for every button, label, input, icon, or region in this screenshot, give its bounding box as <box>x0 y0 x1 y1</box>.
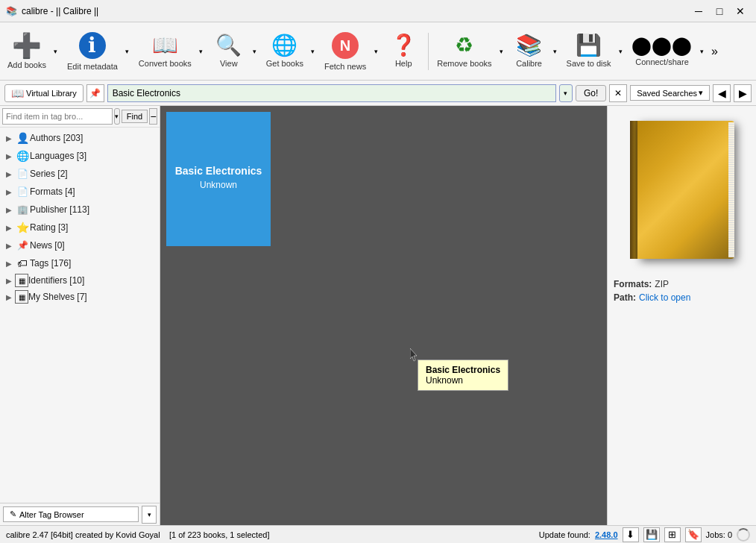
calibre-label: Calibre <box>516 59 542 68</box>
help-icon: ❓ <box>391 35 417 56</box>
add-books-group: ➕ Add books ▾ <box>3 25 61 78</box>
virtual-library-button[interactable]: 📖 Virtual Library <box>4 84 84 102</box>
view-button[interactable]: 🔍 View <box>208 25 250 78</box>
search-back-button[interactable]: ◀ <box>713 84 731 102</box>
book-preview <box>623 113 742 270</box>
view-arrow[interactable]: ▾ <box>250 25 260 78</box>
alter-tag-browser-button[interactable]: ✎ Alter Tag Browser <box>3 506 139 522</box>
connect-share-group: ⬤⬤⬤ Connect/share ▾ <box>627 25 707 78</box>
remove-books-arrow[interactable]: ▾ <box>497 25 507 78</box>
book-pages <box>728 122 734 257</box>
search-clear-button[interactable]: ✕ <box>609 84 627 102</box>
calibre-arrow[interactable]: ▾ <box>550 25 561 78</box>
more-tools-button[interactable]: » <box>708 25 720 78</box>
pin-icon: 📌 <box>89 88 101 98</box>
search-pin-button[interactable]: 📌 <box>86 84 104 102</box>
toolbar: ➕ Add books ▾ ℹ Edit metadata ▾ 📖 Conver… <box>0 22 756 81</box>
sidebar-item-series[interactable]: ▶ 📄 Series [2] <box>0 165 160 183</box>
fetch-news-arrow[interactable]: ▾ <box>371 25 381 78</box>
tag-search-input[interactable] <box>2 108 113 125</box>
status-bookmark-button[interactable]: 🔖 <box>685 527 702 542</box>
identifiers-label: Identifiers [10] <box>28 275 84 286</box>
window-title: calibre - || Calibre || <box>22 6 98 16</box>
tag-find-button[interactable]: Find <box>122 110 148 123</box>
edit-metadata-arrow[interactable]: ▾ <box>122 25 133 78</box>
tag-tree: ▶ 👤 Authors [203] ▶ 🌐 Languages [3] ▶ 📄 … <box>0 128 160 503</box>
convert-books-group: 📖 Convert books ▾ <box>134 25 207 78</box>
news-icon: 📌 <box>15 238 30 253</box>
edit-metadata-group: ℹ Edit metadata ▾ <box>63 25 133 78</box>
minimize-button[interactable]: ─ <box>689 4 708 19</box>
fetch-news-button[interactable]: N Fetch news <box>320 25 371 78</box>
connect-share-button[interactable]: ⬤⬤⬤ Connect/share <box>627 25 696 78</box>
sidebar-item-rating[interactable]: ▶ ⭐ Rating [3] <box>0 219 160 236</box>
status-grid-button[interactable]: ⊞ <box>664 527 681 542</box>
saved-searches-button[interactable]: Saved Searches ▾ <box>630 85 710 101</box>
save-to-disk-group: 💾 Save to disk ▾ <box>562 25 626 78</box>
sidebar-item-tags[interactable]: ▶ 🏷 Tags [176] <box>0 254 160 272</box>
remove-books-group: ♻ Remove books ▾ <box>432 25 506 78</box>
sidebar-item-identifiers[interactable]: ▶ ▦ Identifiers [10] <box>0 272 160 289</box>
remove-books-button[interactable]: ♻ Remove books <box>432 25 496 78</box>
connect-share-icon: ⬤⬤⬤ <box>631 37 692 54</box>
languages-label: Languages [3] <box>30 151 86 161</box>
tag-search-dropdown[interactable]: ▾ <box>114 108 120 125</box>
expand-series-icon: ▶ <box>3 168 15 180</box>
expand-publisher-icon: ▶ <box>3 204 15 216</box>
alter-tag-arrow-button[interactable]: ▾ <box>142 506 157 524</box>
sidebar-item-publisher[interactable]: ▶ 🏢 Publisher [113] <box>0 201 160 219</box>
tags-icon: 🏷 <box>15 256 30 271</box>
add-books-icon: ➕ <box>12 34 42 57</box>
search-forward-button[interactable]: ▶ <box>734 84 752 102</box>
get-books-arrow[interactable]: ▾ <box>308 25 318 78</box>
formats-icon: 📄 <box>15 184 30 199</box>
save-to-disk-arrow[interactable]: ▾ <box>615 25 626 78</box>
add-books-arrow[interactable]: ▾ <box>51 25 61 78</box>
search-dropdown-arrow[interactable]: ▾ <box>559 84 573 102</box>
go-button[interactable]: Go! <box>576 85 606 101</box>
book-cover-basic-electronics[interactable]: Basic Electronics Unknown <box>166 112 271 246</box>
convert-books-button[interactable]: 📖 Convert books <box>134 25 196 78</box>
connect-share-arrow[interactable]: ▾ <box>696 25 707 78</box>
languages-icon: 🌐 <box>15 148 30 163</box>
view-group: 🔍 View ▾ <box>208 25 260 78</box>
help-group: ❓ Help <box>382 25 424 78</box>
sidebar-item-authors[interactable]: ▶ 👤 Authors [203] <box>0 129 160 147</box>
bookmark-status-icon: 🔖 <box>687 529 699 540</box>
jobs-label: Jobs: 0 <box>706 530 732 539</box>
book-front-cover <box>637 121 734 259</box>
expand-news-icon: ▶ <box>3 239 15 251</box>
sidebar-item-news[interactable]: ▶ 📌 News [0] <box>0 236 160 254</box>
formats-row: Formats: ZIP <box>614 279 750 289</box>
calibre-button[interactable]: 📚 Calibre <box>508 25 550 78</box>
book-3d-cover <box>630 121 734 263</box>
view-icon: 🔍 <box>215 35 242 56</box>
edit-metadata-button[interactable]: ℹ Edit metadata <box>63 25 122 78</box>
connect-share-label: Connect/share <box>635 57 689 66</box>
add-books-button[interactable]: ➕ Add books <box>3 25 51 78</box>
help-button[interactable]: ❓ Help <box>382 25 424 78</box>
sidebar-item-formats[interactable]: ▶ 📄 Formats [4] <box>0 183 160 201</box>
formats-label: Formats [4] <box>30 186 75 197</box>
update-download-button[interactable]: ⬇ <box>623 527 639 542</box>
path-row: Path: Click to open <box>614 292 750 303</box>
search-input[interactable] <box>107 84 556 102</box>
saved-searches-label: Saved Searches <box>637 89 697 98</box>
get-books-button[interactable]: 🌐 Get books <box>262 25 308 78</box>
sidebar-item-languages[interactable]: ▶ 🌐 Languages [3] <box>0 147 160 165</box>
save-status-icon: 💾 <box>646 529 658 540</box>
maximize-button[interactable]: □ <box>710 4 729 19</box>
tag-collapse-button[interactable]: − <box>149 108 157 125</box>
update-version-link[interactable]: 2.48.0 <box>595 530 618 539</box>
tooltip-title: Basic Electronics <box>426 365 500 375</box>
close-button[interactable]: ✕ <box>731 4 750 19</box>
identifiers-icon: ▦ <box>15 274 28 287</box>
sidebar-item-my-shelves[interactable]: ▶ ▦ My Shelves [7] <box>0 289 160 305</box>
expand-authors-icon: ▶ <box>3 132 15 144</box>
convert-books-arrow[interactable]: ▾ <box>196 25 207 78</box>
book-tooltip: Basic Electronics Unknown <box>418 360 508 391</box>
status-save-button[interactable]: 💾 <box>643 527 660 542</box>
main-area: ▾ Find − ▶ 👤 Authors [203] ▶ 🌐 Languages… <box>0 106 756 525</box>
path-link[interactable]: Click to open <box>639 292 690 303</box>
save-to-disk-button[interactable]: 💾 Save to disk <box>562 25 616 78</box>
